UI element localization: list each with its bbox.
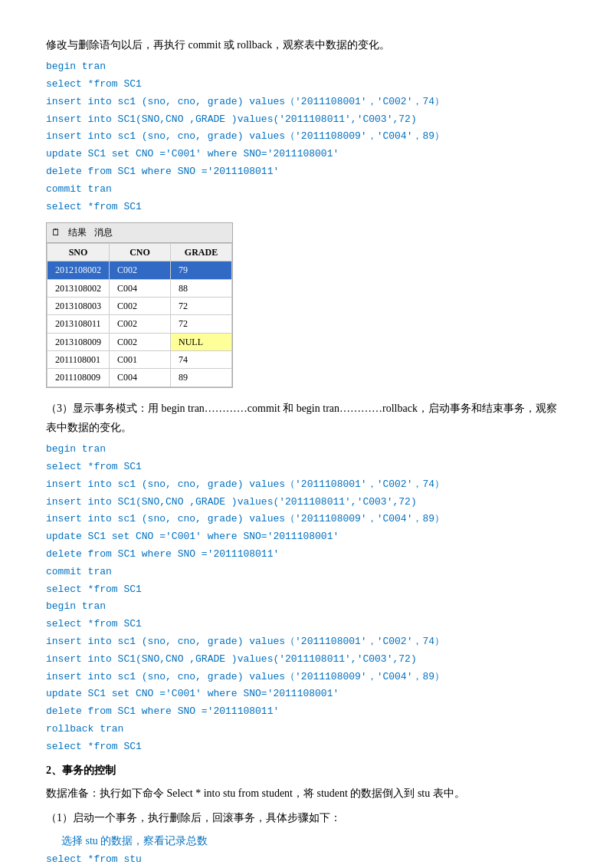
code-line: update SC1 set CNO ='C001' where SNO='20… [46,686,567,702]
data-table: SNO CNO GRADE 2012108002C002792013108002… [47,243,232,387]
col-header-grade: GRADE [171,243,232,261]
table-row: 2013108011C00272 [48,315,232,333]
cell-sno: 2013108009 [48,333,110,350]
code-line: insert into sc1 (sno, cno, grade) values… [46,94,567,110]
code-line: select *from SC1 [46,459,567,475]
cell-sno: 2012108002 [48,261,110,279]
result-table-container: 🗒 结果 消息 SNO CNO GRADE 2012108002C0027920… [46,222,233,388]
cell-sno: 2013108003 [48,297,110,314]
code-line: commit tran [46,182,567,198]
step1-comment1: 选择 stu 的数据，察看记录总数 [61,832,567,850]
cell-cno: C002 [110,297,171,314]
cell-grade: 89 [171,369,232,386]
cell-sno: 2013108011 [48,315,110,333]
code-line: select *from SC1 [46,582,567,598]
code-line: select *from SC1 [46,616,567,633]
cell-grade: 79 [171,261,232,279]
code-line: select *from SC1 [46,77,567,93]
code-line: delete from SC1 where SNO ='2011108011' [46,547,567,563]
code-line: delete from SC1 where SNO ='2011108011' [46,164,567,180]
code-line: begin tran [46,599,567,615]
code-line: insert into SC1(SNO,CNO ,GRADE )values('… [46,495,567,511]
cell-sno: 2013108002 [48,279,110,297]
intro-text: 修改与删除语句以后，再执行 commit 或 rollback，观察表中数据的变… [46,35,567,54]
cell-sno: 2011108009 [48,369,110,386]
table-tab-header: 🗒 结果 消息 [47,223,232,242]
code-line: select *from SC1 [46,199,567,215]
code-line: update SC1 set CNO ='C001' where SNO='20… [46,146,567,163]
code-line: commit tran [46,564,567,580]
table-row: 2013108009C002NULL [48,333,232,350]
code-line: rollback tran [46,722,567,738]
section3-code-part2: begin transelect *from SC1insert into sc… [46,599,567,755]
step1-code1: select *from stu [46,852,567,868]
tab-results[interactable]: 结果 [68,225,87,240]
code-line: begin tran [46,59,567,75]
section2-title: 2、事务的控制 [46,761,567,780]
table-row: 2013108002C00488 [48,279,232,297]
code-line: insert into sc1 (sno, cno, grade) values… [46,129,567,145]
table-row: 2012108002C00279 [48,261,232,279]
code-line: insert into sc1 (sno, cno, grade) values… [46,511,567,528]
code-line: begin tran [46,442,567,458]
step1-title: （1）启动一个事务，执行删除后，回滚事务，具体步骤如下： [46,808,567,827]
cell-cno: C004 [110,369,171,386]
table-row: 2011108001C00174 [48,351,232,369]
col-header-sno: SNO [48,243,110,261]
section3-code-part1: begin transelect *from SC1insert into sc… [46,442,567,597]
section2-desc: 数据准备：执行如下命令 Select * into stu from stude… [46,784,567,803]
cell-cno: C002 [110,261,171,279]
code-line: insert into sc1 (sno, cno, grade) values… [46,669,567,686]
cell-sno: 2011108001 [48,351,110,369]
section1-code-block: begin transelect *from SC1insert into sc… [46,59,567,215]
code-line: insert into SC1(SNO,CNO ,GRADE )values('… [46,112,567,128]
table-header-row: SNO CNO GRADE [48,243,232,261]
col-header-cno: CNO [110,243,171,261]
table-row: 2013108003C00272 [48,297,232,314]
cell-cno: C004 [110,279,171,297]
cell-cno: C002 [110,333,171,350]
cell-cno: C001 [110,351,171,369]
code-line: insert into sc1 (sno, cno, grade) values… [46,634,567,650]
code-line: update SC1 set CNO ='C001' where SNO='20… [46,529,567,545]
cell-cno: C002 [110,315,171,333]
cell-grade: 74 [171,351,232,369]
code-line: select *from SC1 [46,739,567,755]
section3-title: （3）显示事务模式：用 begin tran…………commit 和 begin… [46,399,567,437]
cell-grade: 72 [171,315,232,333]
code-line: insert into SC1(SNO,CNO ,GRADE )values('… [46,652,567,668]
table-row: 2011108009C00489 [48,369,232,386]
cell-grade: 88 [171,279,232,297]
tab-messages[interactable]: 消息 [94,225,113,240]
code-line: delete from SC1 where SNO ='2011108011' [46,704,567,720]
code-line: insert into sc1 (sno, cno, grade) values… [46,477,567,493]
cell-grade: NULL [171,333,232,350]
cell-grade: 72 [171,297,232,314]
table-icon: 🗒 [51,225,61,240]
